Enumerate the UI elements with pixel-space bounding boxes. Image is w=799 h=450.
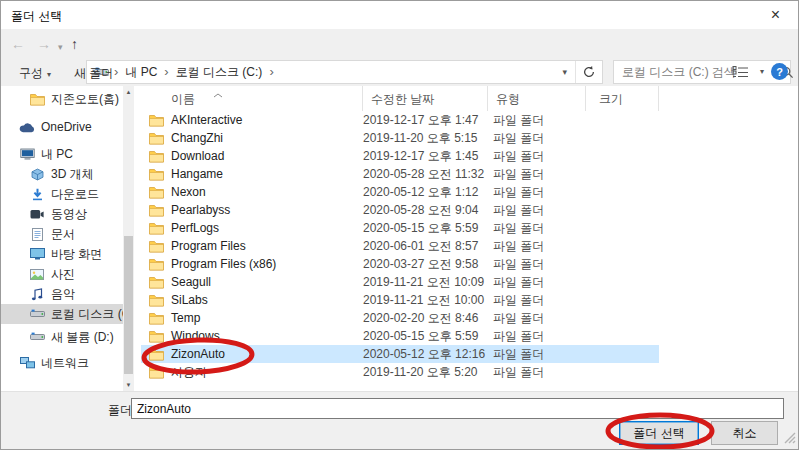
sidebar-item-바탕-화면[interactable]: 바탕 화면 xyxy=(1,244,123,264)
sidebar-item-OneDrive[interactable]: OneDrive xyxy=(1,117,123,137)
organize-button[interactable]: 구성▾ xyxy=(19,65,51,82)
sidebar-item-label: 로컬 디스크 (C:) xyxy=(51,306,123,323)
file-date-modified: 2020-05-12 오후 12:16 xyxy=(363,346,488,363)
sidebar-item-다운로드[interactable]: 다운로드 xyxy=(1,184,123,204)
close-icon[interactable]: × xyxy=(753,1,798,29)
scroll-down-icon[interactable]: ▼ xyxy=(123,379,134,391)
file-row[interactable]: Seagull 2019-11-21 오전 10:09 파일 폴더 xyxy=(141,273,793,291)
help-icon[interactable]: ? xyxy=(771,63,788,80)
file-name: Download xyxy=(171,149,224,163)
folder-name-input[interactable] xyxy=(131,398,784,419)
sidebar-item-label: 지존오토(홈) xyxy=(51,91,119,108)
file-type: 파일 폴더 xyxy=(488,202,586,219)
folder-icon xyxy=(149,186,164,199)
file-date-modified: 2020-05-12 오후 1:12 xyxy=(363,184,488,201)
file-list-header: 이름 수정한 날짜 유형 크기 xyxy=(141,86,793,111)
folder-icon xyxy=(149,240,164,253)
file-row[interactable]: PerfLogs 2020-05-15 오후 5:59 파일 폴더 xyxy=(141,219,793,237)
file-date-modified: 2020-03-27 오전 9:58 xyxy=(363,256,488,273)
file-row[interactable]: AKInteractive 2019-12-17 오후 1:47 파일 폴더 xyxy=(141,111,793,129)
drive-icon xyxy=(29,332,45,342)
forward-icon[interactable]: → xyxy=(37,35,51,53)
file-name: Nexon xyxy=(171,185,206,199)
sort-ascending-icon xyxy=(213,87,223,101)
sidebar-item-로컬-디스크-(C:)[interactable]: 로컬 디스크 (C:) xyxy=(1,304,123,324)
history-dropdown-icon[interactable]: ▾ xyxy=(58,38,63,56)
file-type: 파일 폴더 xyxy=(488,148,586,165)
sidebar-item-문서[interactable]: 문서 xyxy=(1,224,123,244)
folder-select-dialog: 폴더 선택 × ← → ▾ ↑ › 내 PC › 로컬 디스크 (C:) › ▾… xyxy=(0,0,799,450)
file-date-modified: 2020-05-28 오전 9:04 xyxy=(363,202,488,219)
scroll-thumb[interactable] xyxy=(124,236,133,374)
view-options-icon[interactable] xyxy=(732,65,749,78)
file-date-modified: 2020-05-15 오후 5:59 xyxy=(363,328,488,345)
file-name: Program Files (x86) xyxy=(171,257,276,271)
sidebar-item-지존오토(홈)[interactable]: 지존오토(홈) xyxy=(1,89,123,109)
folder-icon xyxy=(149,366,164,379)
file-row[interactable]: Program Files 2020-06-01 오전 8:57 파일 폴더 xyxy=(141,237,793,255)
file-row[interactable]: ChangZhi 2019-11-20 오후 5:15 파일 폴더 xyxy=(141,129,793,147)
sidebar-item-네트워크[interactable]: 네트워크 xyxy=(1,353,123,373)
cancel-button[interactable]: 취소 xyxy=(711,421,778,445)
file-date-modified: 2020-06-01 오전 8:57 xyxy=(363,238,488,255)
toolbar: 구성▾ 새 폴더 ▾ ? xyxy=(1,59,798,86)
file-date-modified: 2020-05-28 오전 11:32 xyxy=(363,166,488,183)
column-header-filler xyxy=(659,86,793,111)
sidebar-item-새-볼륨-(D:)[interactable]: 새 볼륨 (D:) xyxy=(1,327,123,347)
file-date-modified: 2020-02-20 오전 8:46 xyxy=(363,310,488,327)
sidebar-item-음악[interactable]: 음악 xyxy=(1,284,123,304)
folder-icon xyxy=(149,294,164,307)
sidebar-item-내-PC[interactable]: 내 PC xyxy=(1,144,123,164)
file-row[interactable]: Temp 2020-02-20 오전 8:46 파일 폴더 xyxy=(141,309,793,327)
file-name: Program Files xyxy=(171,239,246,253)
back-icon[interactable]: ← xyxy=(11,35,25,53)
sidebar-item-label: 동영상 xyxy=(51,206,87,223)
column-header-name[interactable]: 이름 xyxy=(141,86,363,111)
file-row[interactable]: Program Files (x86) 2020-03-27 오전 9:58 파… xyxy=(141,255,793,273)
sidebar-item-label: 사진 xyxy=(51,266,75,283)
select-folder-button[interactable]: 폴더 선택 xyxy=(619,421,699,445)
column-header-date-modified[interactable]: 수정한 날짜 xyxy=(363,86,488,111)
file-row[interactable]: Hangame 2020-05-28 오전 11:32 파일 폴더 xyxy=(141,165,793,183)
view-options-caret-icon[interactable]: ▾ xyxy=(760,67,764,76)
new-folder-button[interactable]: 새 폴더 xyxy=(74,65,113,82)
navigation-row: ← → ▾ ↑ › 내 PC › 로컬 디스크 (C:) › ▾ xyxy=(1,29,798,59)
folder-icon xyxy=(149,222,164,235)
folder-icon xyxy=(149,204,164,217)
sidebar-item-label: 다운로드 xyxy=(51,186,99,203)
column-header-type[interactable]: 유형 xyxy=(488,86,586,111)
file-row[interactable]: Windows 2020-05-15 오후 5:59 파일 폴더 xyxy=(141,327,793,345)
file-name: SiLabs xyxy=(171,293,208,307)
cloud-icon xyxy=(19,122,35,133)
title-bar: 폴더 선택 × xyxy=(1,1,798,29)
file-list-body: AKInteractive 2019-12-17 오후 1:47 파일 폴더 C… xyxy=(141,111,793,381)
file-type: 파일 폴더 xyxy=(488,238,586,255)
file-row[interactable]: Nexon 2020-05-12 오후 1:12 파일 폴더 xyxy=(141,183,793,201)
file-name: AKInteractive xyxy=(171,113,242,127)
column-header-size[interactable]: 크기 xyxy=(586,86,659,111)
pc-icon xyxy=(19,148,35,161)
resize-grip-icon[interactable] xyxy=(783,431,796,447)
file-row[interactable]: ZizonAuto 2020-05-12 오후 12:16 파일 폴더 xyxy=(141,345,793,363)
sidebar-item-label: 문서 xyxy=(51,226,75,243)
folder-icon xyxy=(149,168,164,181)
file-row[interactable]: Download 2019-12-17 오후 1:45 파일 폴더 xyxy=(141,147,793,165)
file-type: 파일 폴더 xyxy=(488,220,586,237)
sidebar-item-label: 3D 개체 xyxy=(51,166,94,183)
sidebar-scrollbar[interactable]: ▲ ▼ xyxy=(123,86,134,391)
sidebar-item-3D-개체[interactable]: 3D 개체 xyxy=(1,164,123,184)
file-date-modified: 2019-12-17 오후 1:45 xyxy=(363,148,488,165)
file-date-modified: 2019-11-20 오후 5:20 xyxy=(363,364,488,381)
file-list: 이름 수정한 날짜 유형 크기 AKInteractive 2019-12-17… xyxy=(141,86,793,391)
file-row[interactable]: 사용자 2019-11-20 오후 5:20 파일 폴더 xyxy=(141,363,793,381)
dialog-title: 폴더 선택 xyxy=(11,8,62,25)
sidebar-item-사진[interactable]: 사진 xyxy=(1,264,123,284)
scroll-up-icon[interactable]: ▲ xyxy=(123,86,134,98)
sidebar-item-동영상[interactable]: 동영상 xyxy=(1,204,123,224)
file-row[interactable]: SiLabs 2019-11-21 오전 10:00 파일 폴더 xyxy=(141,291,793,309)
up-icon[interactable]: ↑ xyxy=(71,35,78,53)
folder-icon xyxy=(149,114,164,127)
file-row[interactable]: Pearlabyss 2020-05-28 오전 9:04 파일 폴더 xyxy=(141,201,793,219)
network-icon xyxy=(19,357,35,369)
folder-icon xyxy=(149,132,164,145)
